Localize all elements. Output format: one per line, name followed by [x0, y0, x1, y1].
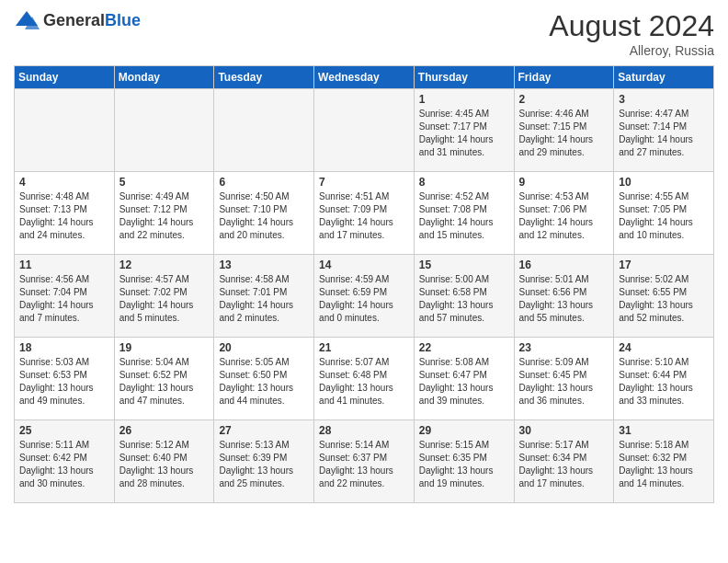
day-info: Sunrise: 4:56 AM Sunset: 7:04 PM Dayligh… [19, 273, 109, 325]
title-area: August 2024 Alleroy, Russia [549, 9, 714, 58]
calendar-cell: 13Sunrise: 4:58 AM Sunset: 7:01 PM Dayli… [214, 255, 314, 338]
day-number: 29 [419, 424, 509, 437]
day-info: Sunrise: 4:45 AM Sunset: 7:17 PM Dayligh… [419, 108, 509, 159]
header: GeneralBlue August 2024 Alleroy, Russia [14, 9, 714, 58]
day-info: Sunrise: 4:47 AM Sunset: 7:14 PM Dayligh… [619, 108, 709, 159]
day-number: 25 [19, 424, 109, 437]
day-number: 20 [219, 341, 309, 354]
calendar-cell [114, 89, 214, 172]
calendar-cell: 17Sunrise: 5:02 AM Sunset: 6:55 PM Dayli… [614, 255, 714, 338]
calendar-cell: 28Sunrise: 5:14 AM Sunset: 6:37 PM Dayli… [314, 420, 415, 503]
calendar-table: SundayMondayTuesdayWednesdayThursdayFrid… [14, 65, 714, 503]
calendar-cell [15, 89, 115, 172]
day-number: 15 [419, 259, 509, 271]
calendar-cell: 16Sunrise: 5:01 AM Sunset: 6:56 PM Dayli… [514, 255, 614, 338]
day-info: Sunrise: 4:51 AM Sunset: 7:09 PM Dayligh… [319, 190, 409, 242]
col-header-sunday: Sunday [15, 66, 115, 89]
day-info: Sunrise: 4:48 AM Sunset: 7:13 PM Dayligh… [19, 190, 109, 242]
day-number: 19 [119, 341, 210, 354]
day-number: 28 [319, 424, 409, 437]
day-number: 22 [419, 341, 509, 354]
day-info: Sunrise: 5:01 AM Sunset: 6:56 PM Dayligh… [519, 273, 609, 325]
calendar-cell: 26Sunrise: 5:12 AM Sunset: 6:40 PM Dayli… [114, 420, 214, 503]
calendar-cell: 6Sunrise: 4:50 AM Sunset: 7:10 PM Daylig… [214, 172, 314, 255]
day-number: 4 [19, 176, 109, 189]
day-info: Sunrise: 5:04 AM Sunset: 6:52 PM Dayligh… [119, 356, 210, 408]
day-info: Sunrise: 5:10 AM Sunset: 6:44 PM Dayligh… [619, 356, 709, 408]
day-number: 8 [419, 176, 509, 189]
day-info: Sunrise: 4:46 AM Sunset: 7:15 PM Dayligh… [519, 108, 609, 159]
day-number: 11 [19, 259, 109, 271]
calendar-cell: 1Sunrise: 4:45 AM Sunset: 7:17 PM Daylig… [414, 89, 514, 172]
day-number: 31 [619, 424, 709, 437]
calendar-week-4: 18Sunrise: 5:03 AM Sunset: 6:53 PM Dayli… [15, 338, 714, 420]
calendar-cell: 4Sunrise: 4:48 AM Sunset: 7:13 PM Daylig… [15, 172, 115, 255]
day-number: 26 [119, 424, 210, 437]
calendar-cell: 14Sunrise: 4:59 AM Sunset: 6:59 PM Dayli… [314, 255, 415, 338]
day-number: 14 [319, 259, 409, 271]
day-info: Sunrise: 5:17 AM Sunset: 6:34 PM Dayligh… [519, 439, 609, 490]
day-number: 2 [519, 93, 609, 106]
day-number: 23 [519, 341, 609, 354]
day-info: Sunrise: 4:58 AM Sunset: 7:01 PM Dayligh… [219, 273, 309, 325]
day-info: Sunrise: 5:02 AM Sunset: 6:55 PM Dayligh… [619, 273, 709, 325]
col-header-tuesday: Tuesday [214, 66, 314, 89]
calendar-cell: 5Sunrise: 4:49 AM Sunset: 7:12 PM Daylig… [114, 172, 214, 255]
day-info: Sunrise: 5:07 AM Sunset: 6:48 PM Dayligh… [319, 356, 409, 408]
day-number: 10 [619, 176, 709, 189]
calendar-cell: 29Sunrise: 5:15 AM Sunset: 6:35 PM Dayli… [414, 420, 514, 503]
calendar-cell: 19Sunrise: 5:04 AM Sunset: 6:52 PM Dayli… [114, 338, 214, 420]
col-header-saturday: Saturday [614, 66, 714, 89]
calendar-cell: 31Sunrise: 5:18 AM Sunset: 6:32 PM Dayli… [614, 420, 714, 503]
calendar-cell: 21Sunrise: 5:07 AM Sunset: 6:48 PM Dayli… [314, 338, 415, 420]
col-header-thursday: Thursday [414, 66, 514, 89]
day-info: Sunrise: 4:57 AM Sunset: 7:02 PM Dayligh… [119, 273, 210, 325]
calendar-cell: 7Sunrise: 4:51 AM Sunset: 7:09 PM Daylig… [314, 172, 415, 255]
day-number: 17 [619, 259, 709, 271]
day-number: 27 [219, 424, 309, 437]
day-info: Sunrise: 4:50 AM Sunset: 7:10 PM Dayligh… [219, 190, 309, 242]
calendar-cell: 10Sunrise: 4:55 AM Sunset: 7:05 PM Dayli… [614, 172, 714, 255]
calendar-cell: 12Sunrise: 4:57 AM Sunset: 7:02 PM Dayli… [114, 255, 214, 338]
calendar-cell [314, 89, 415, 172]
day-number: 1 [419, 93, 509, 106]
day-info: Sunrise: 4:52 AM Sunset: 7:08 PM Dayligh… [419, 190, 509, 242]
header-row: SundayMondayTuesdayWednesdayThursdayFrid… [15, 66, 714, 89]
calendar-cell: 9Sunrise: 4:53 AM Sunset: 7:06 PM Daylig… [514, 172, 614, 255]
day-number: 7 [319, 176, 409, 189]
day-info: Sunrise: 5:08 AM Sunset: 6:47 PM Dayligh… [419, 356, 509, 408]
calendar-cell: 25Sunrise: 5:11 AM Sunset: 6:42 PM Dayli… [15, 420, 115, 503]
day-info: Sunrise: 5:03 AM Sunset: 6:53 PM Dayligh… [19, 356, 109, 408]
calendar-week-3: 11Sunrise: 4:56 AM Sunset: 7:04 PM Dayli… [15, 255, 714, 338]
col-header-monday: Monday [114, 66, 214, 89]
logo-icon [14, 9, 40, 31]
calendar-week-2: 4Sunrise: 4:48 AM Sunset: 7:13 PM Daylig… [15, 172, 714, 255]
col-header-wednesday: Wednesday [314, 66, 415, 89]
day-number: 13 [219, 259, 309, 271]
calendar-cell: 15Sunrise: 5:00 AM Sunset: 6:58 PM Dayli… [414, 255, 514, 338]
day-info: Sunrise: 5:09 AM Sunset: 6:45 PM Dayligh… [519, 356, 609, 408]
day-number: 24 [619, 341, 709, 354]
calendar-cell: 30Sunrise: 5:17 AM Sunset: 6:34 PM Dayli… [514, 420, 614, 503]
calendar-cell: 22Sunrise: 5:08 AM Sunset: 6:47 PM Dayli… [414, 338, 514, 420]
day-number: 3 [619, 93, 709, 106]
calendar-cell: 2Sunrise: 4:46 AM Sunset: 7:15 PM Daylig… [514, 89, 614, 172]
logo-text: GeneralBlue [43, 11, 141, 30]
calendar-cell [214, 89, 314, 172]
calendar-cell: 18Sunrise: 5:03 AM Sunset: 6:53 PM Dayli… [15, 338, 115, 420]
day-info: Sunrise: 5:15 AM Sunset: 6:35 PM Dayligh… [419, 439, 509, 490]
calendar-week-5: 25Sunrise: 5:11 AM Sunset: 6:42 PM Dayli… [15, 420, 714, 503]
location: Alleroy, Russia [549, 43, 714, 58]
day-info: Sunrise: 4:55 AM Sunset: 7:05 PM Dayligh… [619, 190, 709, 242]
day-number: 9 [519, 176, 609, 189]
day-info: Sunrise: 5:13 AM Sunset: 6:39 PM Dayligh… [219, 439, 309, 490]
day-number: 18 [19, 341, 109, 354]
calendar-cell: 23Sunrise: 5:09 AM Sunset: 6:45 PM Dayli… [514, 338, 614, 420]
day-info: Sunrise: 5:05 AM Sunset: 6:50 PM Dayligh… [219, 356, 309, 408]
calendar-cell: 27Sunrise: 5:13 AM Sunset: 6:39 PM Dayli… [214, 420, 314, 503]
day-number: 5 [119, 176, 210, 189]
day-number: 6 [219, 176, 309, 189]
calendar-cell: 24Sunrise: 5:10 AM Sunset: 6:44 PM Dayli… [614, 338, 714, 420]
day-info: Sunrise: 5:00 AM Sunset: 6:58 PM Dayligh… [419, 273, 509, 325]
calendar-week-1: 1Sunrise: 4:45 AM Sunset: 7:17 PM Daylig… [15, 89, 714, 172]
